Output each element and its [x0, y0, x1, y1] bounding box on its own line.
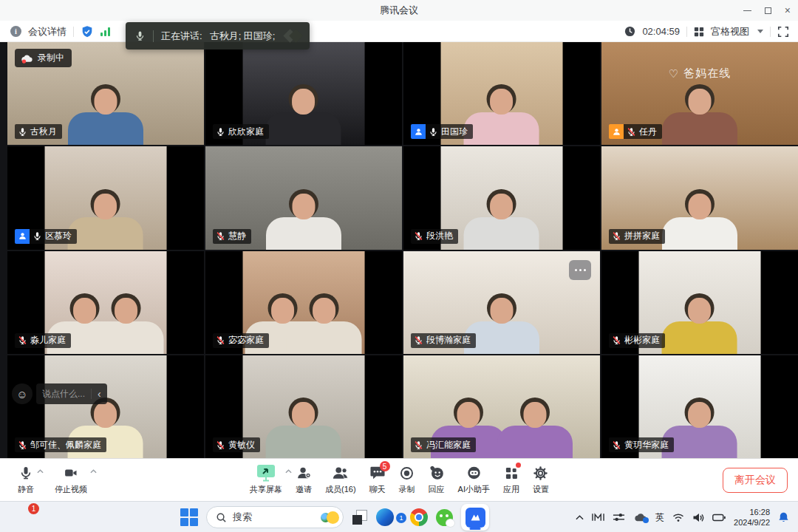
stop-video-button[interactable]: 停止视频	[55, 464, 87, 495]
participant-tile[interactable]: 段博瀚家庭	[403, 251, 600, 354]
chevron-up-icon[interactable]	[285, 469, 292, 474]
chevron-down-icon[interactable]	[757, 30, 763, 33]
tile-mic-icon	[429, 127, 438, 137]
tencent-meeting-taskbar-button[interactable]	[461, 504, 489, 531]
meeting-details-button[interactable]: 会议详情	[28, 25, 66, 38]
window-title: 腾讯会议	[380, 4, 418, 17]
members-button[interactable]: 成员(16)	[325, 464, 356, 495]
grid-view-icon[interactable]	[694, 27, 704, 37]
participant-name: 黄敏仪	[228, 439, 255, 451]
settings-button[interactable]: 设置	[533, 464, 549, 495]
participant-tile[interactable]: 淼儿家庭	[7, 251, 204, 354]
participant-silhouette	[457, 189, 546, 250]
speaker-icon[interactable]	[692, 513, 704, 522]
weather-widget-icon[interactable]	[321, 511, 339, 524]
quick-chat-input[interactable]: 说点什么... ‹	[36, 383, 107, 404]
invite-button[interactable]: 邀请	[296, 464, 312, 495]
mute-button[interactable]: 静音	[18, 464, 34, 495]
battery-icon[interactable]	[712, 514, 726, 522]
participant-tile[interactable]: 欣欣家庭	[205, 42, 402, 145]
taskbar-time: 16:28	[734, 507, 770, 517]
cloud-sync-icon[interactable]	[633, 512, 647, 522]
participant-tile[interactable]: 邹可佳、佩麟家庭	[7, 355, 204, 458]
tray-expand-chevron-icon[interactable]	[576, 515, 584, 520]
speaking-banner: 正在讲话: 古秋月; 田国珍;	[126, 22, 310, 50]
input-app-icon[interactable]	[592, 512, 604, 522]
participant-name-tag: 彬彬家庭	[609, 333, 665, 348]
meeting-logo-watermark-icon	[285, 31, 301, 41]
taskbar-search-input[interactable]: 搜索	[206, 506, 344, 528]
participant-name: 彬彬家庭	[624, 334, 660, 347]
collapse-left-icon[interactable]: ‹	[98, 389, 101, 399]
reaction-button[interactable]: 回应	[429, 464, 445, 495]
clock-icon	[624, 26, 635, 37]
recording-label: 录制中	[38, 52, 64, 64]
security-shield-icon[interactable]	[81, 25, 94, 38]
info-icon: i	[10, 26, 21, 37]
participant-tile[interactable]: 彬彬家庭	[601, 251, 798, 354]
participant-tile[interactable]: 拼拼家庭	[601, 146, 798, 249]
chrome-browser-icon[interactable]	[410, 508, 428, 526]
chat-unread-badge: 5	[380, 461, 390, 471]
participant-tile[interactable]: 黄敏仪	[205, 355, 402, 458]
close-icon[interactable]: ×	[785, 5, 791, 16]
chat-button[interactable]: 5 聊天	[369, 464, 386, 495]
toolbar-center-group: 共享屏幕 邀请 成员(16) 5 聊天	[250, 464, 549, 495]
edge-browser-icon[interactable]	[376, 508, 394, 526]
wechat-icon[interactable]	[436, 509, 453, 526]
taskbar-clock[interactable]: 16:28 2024/9/22	[734, 507, 770, 528]
participant-name-tag: 黄玥华家庭	[609, 437, 674, 452]
task-view-button[interactable]	[352, 509, 368, 525]
active-app-indicator	[470, 528, 481, 530]
participant-name: 慧静	[228, 230, 246, 242]
record-icon	[399, 464, 415, 482]
emoji-reaction-icon[interactable]: ☺	[12, 383, 33, 404]
speaking-label: 正在讲话:	[161, 30, 202, 43]
participant-name-tag: 任丹	[609, 124, 662, 139]
participant-tile[interactable]: 田国珍	[403, 42, 600, 145]
participant-tile[interactable]: 慧静	[205, 146, 402, 249]
mail-badge: 1	[396, 513, 406, 523]
meeting-duration: 02:04:59	[642, 26, 680, 37]
meeting-header-left: i 会议详情	[10, 21, 110, 42]
apps-notification-dot	[516, 463, 521, 468]
share-screen-button[interactable]: 共享屏幕	[250, 464, 282, 495]
leave-meeting-button[interactable]: 离开会议	[723, 468, 788, 493]
tile-mic-icon	[18, 440, 27, 450]
record-button[interactable]: 录制	[399, 464, 415, 495]
meeting-toolbar: 静音 停止视频 共享屏幕	[0, 458, 798, 501]
news-app-button[interactable]: 1	[15, 507, 35, 527]
settings-sliders-icon[interactable]	[613, 512, 625, 522]
participant-tile[interactable]: 段洪艳	[403, 146, 600, 249]
tile-more-button[interactable]	[569, 260, 591, 280]
input-language-indicator[interactable]: 英	[655, 511, 664, 524]
maximize-icon[interactable]	[765, 7, 771, 14]
participant-tile[interactable]: 宓宓家庭	[205, 251, 402, 354]
tile-mic-icon	[414, 335, 423, 345]
participant-tile[interactable]: ♡ 爸妈在线 任丹	[601, 42, 798, 145]
participant-tile[interactable]: 冯汇能家庭	[403, 355, 600, 458]
window-titlebar: 腾讯会议 ×	[0, 0, 798, 21]
ai-assistant-robot-icon	[466, 464, 482, 482]
members-icon	[332, 464, 349, 482]
share-screen-icon	[256, 464, 276, 482]
chevron-up-icon[interactable]	[90, 469, 97, 474]
notification-bell-icon[interactable]	[778, 511, 789, 523]
windows-start-button[interactable]	[180, 508, 198, 526]
fullscreen-icon[interactable]	[777, 26, 789, 38]
role-badge-icon	[609, 124, 624, 139]
participant-tile[interactable]: 黄玥华家庭	[601, 355, 798, 458]
ai-assistant-button[interactable]: AI小助手	[458, 464, 490, 495]
participant-silhouette	[82, 293, 171, 354]
chevron-up-icon[interactable]	[37, 469, 44, 474]
tile-mic-icon	[627, 127, 636, 137]
participant-tile[interactable]: 区慕玲	[7, 146, 204, 249]
minimize-icon[interactable]	[743, 10, 751, 11]
participant-name: 区慕玲	[45, 230, 72, 242]
view-mode-button[interactable]: 宫格视图	[711, 25, 749, 38]
participant-name-tag: 宓宓家庭	[213, 333, 269, 348]
participant-name: 段博瀚家庭	[426, 334, 471, 347]
wifi-icon[interactable]	[672, 513, 684, 522]
tile-mic-icon	[216, 231, 225, 241]
apps-button[interactable]: 应用	[503, 464, 519, 495]
